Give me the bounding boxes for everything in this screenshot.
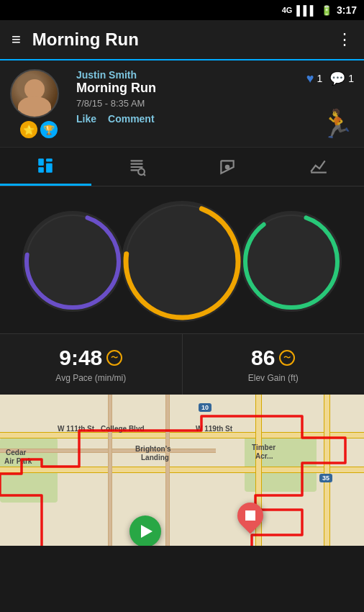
avatar (10, 69, 59, 118)
status-bar: 4G ▌▌▌ 🔋 3:17 (0, 0, 364, 20)
runner-icon: 🏃 (320, 108, 354, 140)
details-tab-icon (127, 158, 146, 176)
avg-pace-value: 9:48 (59, 346, 102, 370)
stop-marker-inner (245, 510, 255, 521)
tab-details[interactable] (91, 148, 183, 186)
page-title: Morning Run (32, 30, 337, 50)
hamburger-menu-button[interactable]: ≡ (12, 32, 21, 48)
tab-activity[interactable] (0, 148, 91, 186)
comment-bubble-icon: 💬 (329, 71, 345, 86)
trophy-badge: 🏆 (40, 121, 58, 138)
svg-rect-4 (130, 160, 142, 161)
route-path (0, 395, 364, 546)
svg-point-10 (225, 164, 230, 169)
avg-pace-label: Avg Pace (min/mi) (55, 373, 126, 383)
avg-pace-value-row: 9:48 〜 (59, 346, 122, 370)
play-route-button[interactable] (129, 516, 161, 546)
svg-rect-2 (46, 158, 53, 161)
comments-reaction[interactable]: 💬 1 (329, 71, 354, 86)
distance-stat: 4.92 Distance (22, 211, 123, 312)
svg-rect-1 (39, 167, 45, 173)
elev-gain-value-row: 86 〜 (251, 346, 295, 370)
elev-gain-value: 86 (251, 346, 275, 370)
stop-marker-circle (232, 498, 269, 534)
tab-stats[interactable] (273, 148, 365, 186)
star-badge: ⭐ (20, 121, 37, 138)
lower-stats: 9:48 〜 Avg Pace (min/mi) 86 〜 Elev Gain … (0, 333, 364, 395)
svg-rect-3 (46, 163, 53, 173)
comment-button[interactable]: Comment (108, 113, 155, 125)
post-reactions: ♥ 1 💬 1 (306, 71, 354, 86)
activity-tab-icon (36, 156, 55, 175)
svg-rect-0 (39, 158, 45, 166)
calories-ring (241, 211, 342, 312)
tab-route[interactable] (182, 148, 273, 186)
top-nav: ≡ Morning Run ⋮ (0, 20, 364, 60)
svg-rect-7 (130, 169, 138, 171)
like-button[interactable]: Like (76, 113, 96, 125)
calories-stat: 573 Calories (241, 211, 342, 312)
signal-bars: ▌▌▌ (296, 5, 317, 16)
stats-section: 4.92 Distance 48:15 Time 573 Calories (0, 186, 364, 333)
stop-marker (237, 503, 263, 534)
time-stat: 48:15 Time (122, 201, 242, 322)
post-card: ⭐ 🏆 Justin Smith Morning Run 7/8/15 - 8:… (0, 60, 364, 148)
svg-rect-11 (311, 171, 327, 173)
battery-icon: 🔋 (321, 5, 332, 16)
distance-ring (22, 211, 123, 312)
svg-line-9 (144, 174, 145, 175)
tab-bar (0, 148, 364, 186)
stats-tab-icon (309, 158, 328, 176)
svg-point-8 (138, 168, 145, 175)
elev-gain-label: Elev Gain (ft) (248, 373, 299, 383)
likes-count: 1 (317, 73, 322, 84)
post-date: 7/8/15 - 8:35 AM (76, 98, 354, 109)
map-background: 10 35 Cedar Air Park W 111th St College … (0, 395, 364, 546)
route-tab-icon (218, 158, 237, 176)
badge-row: ⭐ 🏆 (20, 121, 58, 138)
elev-gain-wave-icon: 〜 (279, 350, 295, 366)
likes-reaction[interactable]: ♥ 1 (306, 71, 322, 86)
map-section: 10 35 Cedar Air Park W 111th St College … (0, 395, 364, 546)
time-ring (122, 201, 242, 322)
post-actions: Like Comment (76, 113, 354, 125)
heart-icon: ♥ (306, 71, 314, 86)
svg-rect-5 (130, 163, 142, 164)
comments-count: 1 (348, 73, 354, 84)
avg-pace-stat: 9:48 〜 Avg Pace (min/mi) (0, 334, 183, 395)
svg-rect-6 (130, 166, 142, 167)
more-options-button[interactable]: ⋮ (337, 30, 352, 49)
network-indicator: 4G (282, 6, 293, 14)
avg-pace-wave-icon: 〜 (106, 350, 122, 366)
elev-gain-stat: 86 〜 Elev Gain (ft) (183, 334, 365, 395)
clock: 3:17 (337, 4, 357, 16)
